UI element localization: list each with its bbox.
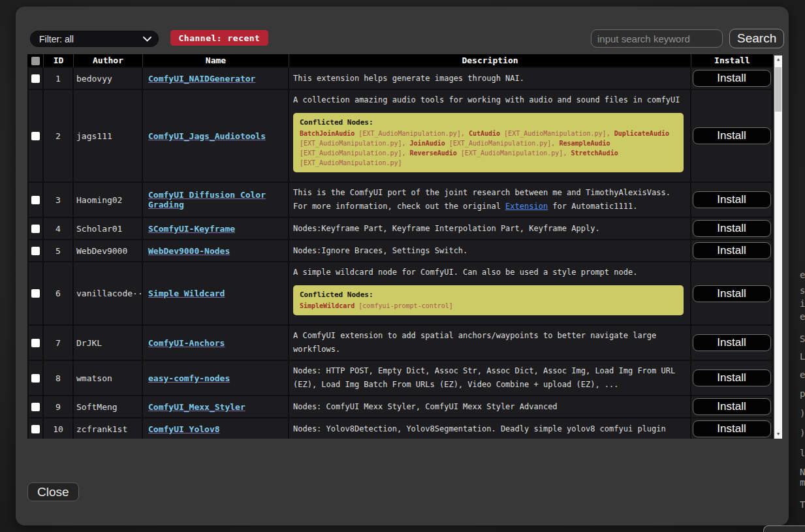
select-all-checkbox[interactable] <box>31 57 40 65</box>
table-row: 4 Scholar01 SComfyUI-Keyframe Nodes:Keyf… <box>27 218 773 240</box>
background-button-fragment <box>763 525 805 532</box>
conflicted-node-ref: [EXT_AudioManipulation.py], <box>300 140 410 147</box>
table-row: 1 bedovyy ComfyUI_NAIDGenerator This ext… <box>27 68 773 90</box>
row-description: Nodes: ComfyUI Mexx Styler, ComfyUI Mexx… <box>289 396 691 418</box>
background-text-fragment: e <box>800 311 805 322</box>
extension-name-link[interactable]: ComfyUI Diffusion Color Grading <box>148 190 266 210</box>
table-scrollbar[interactable]: ▲ ▼ <box>774 55 782 439</box>
row-author: Scholar01 <box>74 218 143 240</box>
row-id: 5 <box>44 240 74 262</box>
search-button[interactable]: Search <box>729 29 784 48</box>
conflicted-node-name: ReverseAudio <box>410 149 457 157</box>
scrollbar-up-icon[interactable]: ▲ <box>774 55 782 64</box>
conflicted-node-ref: [EXT_AudioManipulation.py] <box>300 159 402 166</box>
table-row: 2 jags111 ComfyUI_Jags_Audiotools A coll… <box>27 90 773 183</box>
row-id: 9 <box>44 396 74 418</box>
row-description: A simple wildcard node for ComfyUI. Can … <box>289 262 691 326</box>
row-checkbox[interactable] <box>31 74 40 83</box>
conflicted-node-name: SimpleWildcard <box>300 302 355 309</box>
close-button[interactable]: Close <box>27 482 79 501</box>
extension-name-link[interactable]: SComfyUI-Keyframe <box>148 224 235 234</box>
description-text: A simple wildcard node for ComfyUI. Can … <box>293 266 686 279</box>
table-body: 1 bedovyy ComfyUI_NAIDGenerator This ext… <box>27 68 773 439</box>
table-row: 10 zcfrank1st ComfyUI Yolov8 Nodes: Yolo… <box>27 418 773 439</box>
install-button[interactable]: Install <box>693 369 771 386</box>
background-text-fragment: T <box>800 499 805 510</box>
table-row: 5 WebDev9000 WebDev9000-Nodes Nodes:Igno… <box>27 240 773 262</box>
conflicted-node-ref: [EXT_AudioManipulation.py], <box>500 130 614 137</box>
background-text-fragment: i <box>800 298 805 309</box>
background-menu-sliver: esieSLep))lNmT <box>799 261 805 532</box>
description-text: This extension helps generate images thr… <box>293 72 686 86</box>
row-description: This extension helps generate images thr… <box>289 68 691 90</box>
row-description: Nodes: Yolov8Detection, Yolov8Segmentati… <box>289 418 691 439</box>
row-checkbox[interactable] <box>31 374 40 383</box>
column-header-description: Description <box>289 54 691 68</box>
extension-name-link[interactable]: Simple Wildcard <box>148 289 225 298</box>
description-text: Nodes: ComfyUI Mexx Styler, ComfyUI Mexx… <box>293 400 686 414</box>
description-text: A collection amazing audio tools for wor… <box>293 93 686 107</box>
column-header-author: Author <box>74 54 143 68</box>
extension-name-link[interactable]: ComfyUI_NAIDGenerator <box>148 74 255 84</box>
row-id: 4 <box>44 218 74 240</box>
row-checkbox[interactable] <box>31 339 40 347</box>
background-text-fragment: l <box>800 448 805 458</box>
background-text-fragment: s <box>800 285 805 296</box>
extension-name-link[interactable]: easy-comfy-nodes <box>148 373 230 383</box>
description-text: Nodes:Ignore Braces, Settings Switch. <box>293 244 686 258</box>
filter-select[interactable]: Filter: all <box>30 31 159 47</box>
row-id: 2 <box>44 90 74 183</box>
row-checkbox[interactable] <box>31 247 40 255</box>
row-author: DrJKL <box>74 326 143 361</box>
conflicted-nodes-title: Conflicted Nodes: <box>300 117 677 127</box>
conflicted-node-ref: [EXT_AudioManipulation.py], <box>457 149 571 157</box>
row-description: Nodes:Ignore Braces, Settings Switch. <box>289 240 691 262</box>
scrollbar-thumb[interactable] <box>775 67 781 112</box>
extension-name-link[interactable]: WebDev9000-Nodes <box>148 246 230 256</box>
column-header-install: Install <box>691 54 773 68</box>
extension-name-link[interactable]: ComfyUI_Mexx_Styler <box>148 402 245 412</box>
background-text-fragment: S <box>800 334 805 344</box>
extension-name-link[interactable]: ComfyUI Yolov8 <box>148 424 220 434</box>
install-button[interactable]: Install <box>693 191 771 208</box>
extension-name-link[interactable]: ComfyUI-Anchors <box>148 338 225 348</box>
row-checkbox[interactable] <box>31 289 40 298</box>
install-button[interactable]: Install <box>693 334 771 351</box>
description-text: Nodes: Yolov8Detection, Yolov8Segmentati… <box>293 422 686 436</box>
install-button[interactable]: Install <box>693 285 771 302</box>
row-description: This is the ComfyUI port of the joint re… <box>289 183 691 218</box>
conflicted-nodes-warning: Conflicted Nodes:BatchJoinAudio [EXT_Aud… <box>293 113 684 172</box>
row-checkbox[interactable] <box>31 225 40 233</box>
row-author: Haoming02 <box>74 183 143 218</box>
background-text-fragment: L <box>800 351 805 362</box>
install-button[interactable]: Install <box>693 127 771 144</box>
row-author: zcfrank1st <box>74 418 143 439</box>
background-text-fragment: ) <box>800 428 805 438</box>
row-description: A collection amazing audio tools for wor… <box>289 90 691 183</box>
conflicted-node-ref: [EXT_AudioManipulation.py], <box>445 140 560 147</box>
conflicted-node-name: BatchJoinAudio <box>300 130 355 137</box>
conflicted-node-name: CutAudio <box>469 130 500 137</box>
install-button[interactable]: Install <box>693 70 771 87</box>
conflicted-nodes-title: Conflicted Nodes: <box>300 290 677 300</box>
extension-name-link[interactable]: ComfyUI_Jags_Audiotools <box>148 131 266 141</box>
conflicted-node-name: DuplicateAudio <box>614 130 669 137</box>
install-button[interactable]: Install <box>693 398 771 415</box>
description-link[interactable]: Extension <box>505 202 548 211</box>
row-author: bedovyy <box>74 68 143 90</box>
install-button[interactable]: Install <box>693 220 771 237</box>
row-checkbox[interactable] <box>31 132 40 140</box>
install-button[interactable]: Install <box>693 420 771 437</box>
row-author: WebDev9000 <box>74 240 143 262</box>
row-checkbox[interactable] <box>31 196 40 204</box>
row-description: Nodes:Keyframe Part, Keyframe Interpolat… <box>289 218 691 240</box>
install-button[interactable]: Install <box>693 242 771 259</box>
row-id: 8 <box>44 361 74 396</box>
extensions-table: ID Author Name Description Install 1 bed… <box>27 54 773 439</box>
row-checkbox[interactable] <box>31 425 40 433</box>
scrollbar-down-icon[interactable]: ▼ <box>774 430 782 439</box>
background-text-fragment: m <box>800 477 805 488</box>
search-input[interactable] <box>591 29 723 48</box>
row-checkbox[interactable] <box>31 403 40 411</box>
description-text: A ComfyUI extension to add spatial ancho… <box>293 329 686 356</box>
